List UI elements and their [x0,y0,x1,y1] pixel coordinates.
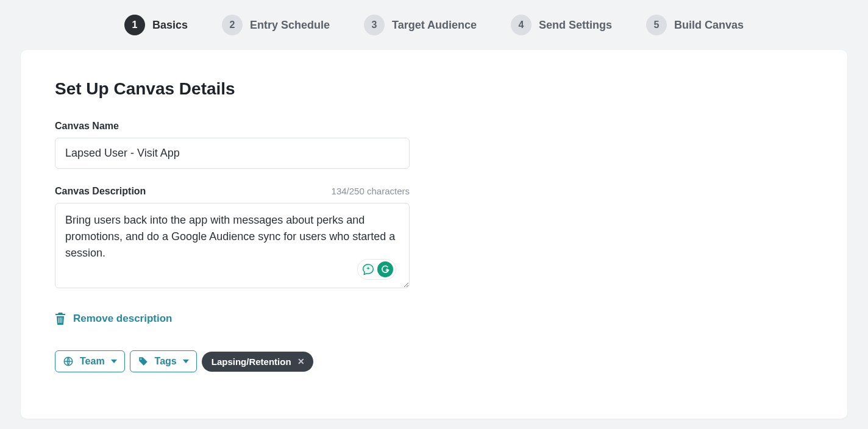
step-number: 5 [646,15,667,35]
step-number: 2 [222,15,243,35]
meta-controls-row: Team Tags Lapsing/Retention ✕ [55,350,813,372]
grammarly-suggest-icon [361,263,375,276]
page-title: Set Up Canvas Details [55,79,813,99]
step-label: Basics [152,19,188,32]
tags-dropdown[interactable]: Tags [130,350,197,372]
step-label: Build Canvas [674,19,744,32]
step-number: 4 [511,15,532,35]
step-build-canvas[interactable]: 5 Build Canvas [646,15,744,35]
tag-icon [138,356,149,367]
tag-chip-lapsing-retention: Lapsing/Retention ✕ [202,352,313,372]
canvas-name-input[interactable] [55,138,410,169]
step-basics[interactable]: 1 Basics [124,15,188,35]
team-label: Team [80,356,105,367]
step-target-audience[interactable]: 3 Target Audience [364,15,477,35]
canvas-description-group: Canvas Description 134/250 characters [55,186,410,291]
remove-description-button[interactable]: Remove description [55,313,813,325]
grammarly-g-icon [377,261,393,277]
step-send-settings[interactable]: 4 Send Settings [511,15,612,35]
trash-icon [55,313,66,325]
canvas-name-group: Canvas Name [55,121,410,169]
tag-remove-button[interactable]: ✕ [297,357,305,366]
canvas-description-input[interactable] [55,203,410,288]
character-count: 134/250 characters [332,186,410,196]
chevron-down-icon [111,360,117,363]
step-number: 3 [364,15,385,35]
tags-label: Tags [155,356,177,367]
team-dropdown[interactable]: Team [55,350,125,372]
step-number: 1 [124,15,145,35]
tag-chip-label: Lapsing/Retention [212,356,291,367]
globe-icon [63,356,74,367]
canvas-description-label: Canvas Description [55,186,146,197]
canvas-details-card: Set Up Canvas Details Canvas Name Canvas… [21,50,847,419]
step-entry-schedule[interactable]: 2 Entry Schedule [222,15,330,35]
chevron-down-icon [183,360,189,363]
remove-description-label: Remove description [73,313,173,325]
step-label: Send Settings [539,19,612,32]
step-label: Entry Schedule [250,19,330,32]
wizard-stepper: 1 Basics 2 Entry Schedule 3 Target Audie… [0,0,868,50]
grammarly-badge[interactable] [357,259,396,280]
step-label: Target Audience [392,19,477,32]
canvas-name-label: Canvas Name [55,121,410,132]
